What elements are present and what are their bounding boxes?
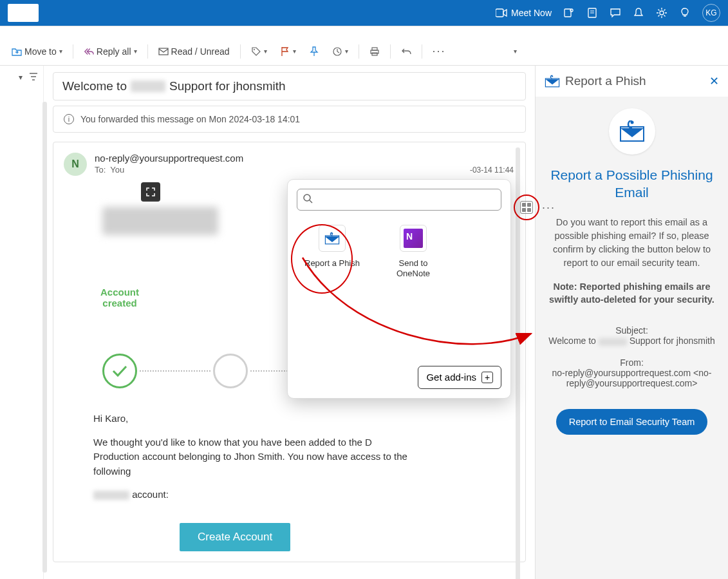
lightbulb-icon[interactable] <box>679 7 691 19</box>
message-list-collapsed: ▾ <box>0 66 44 579</box>
bell-icon[interactable] <box>633 7 644 19</box>
step-complete-icon <box>102 354 137 388</box>
svg-rect-12 <box>372 53 377 55</box>
gear-icon[interactable] <box>656 7 667 19</box>
search-box[interactable] <box>8 4 39 22</box>
snooze-button[interactable]: ▾ <box>327 44 353 59</box>
addins-search-input[interactable] <box>313 195 496 205</box>
redacted-text <box>131 81 165 92</box>
more-actions-button[interactable]: ··· <box>427 42 451 61</box>
svg-point-8 <box>254 49 255 50</box>
video-icon <box>496 7 507 19</box>
panel-heading: Report a Possible Phishing Email <box>546 166 718 202</box>
panel-description: Do you want to report this email as a po… <box>546 216 718 270</box>
envelope-icon <box>158 46 169 57</box>
close-panel-button[interactable]: ✕ <box>709 74 719 88</box>
divider <box>422 44 422 59</box>
addin-label: Send to OneNote <box>384 258 442 280</box>
pin-button[interactable] <box>304 44 324 59</box>
addin-report-phish[interactable]: Report a Phish <box>303 225 361 280</box>
svg-line-14 <box>310 200 312 203</box>
meet-now-button[interactable]: Meet Now <box>496 7 552 19</box>
reply-all-button[interactable]: Reply all ▾ <box>79 44 142 59</box>
filter-icon[interactable] <box>29 71 38 83</box>
step-1-label: Account created <box>91 287 149 308</box>
svg-point-18 <box>552 75 553 77</box>
step-pending-icon <box>213 354 248 388</box>
ellipsis-icon: ··· <box>433 44 446 58</box>
plus-icon: + <box>481 372 493 383</box>
phish-addin-icon <box>319 225 346 252</box>
sender-email: no-reply@yoursupportrequest.com <box>95 153 243 164</box>
read-unread-button[interactable]: Read / Unread <box>153 44 235 59</box>
subject-bar: Welcome to Support for jhonsmith <box>53 72 526 100</box>
subject-value: Welcome to Support for jhonsmith <box>546 336 718 346</box>
chevron-down-icon: ▾ <box>293 48 296 55</box>
print-button[interactable] <box>364 44 385 59</box>
greeting-text: Hi Karo, <box>93 412 415 426</box>
reply-all-label: Reply all <box>97 46 131 57</box>
chat-icon[interactable] <box>610 7 621 19</box>
chevron-down-icon: ▾ <box>345 48 348 55</box>
app-header: Meet Now KG <box>0 0 728 26</box>
reply-all-icon <box>84 46 94 57</box>
chevron-down-icon[interactable]: ▾ <box>19 73 23 82</box>
svg-rect-0 <box>496 9 503 17</box>
panel-title: Report a Phish <box>545 74 646 88</box>
forward-info-bar: i You forwarded this message on Mon 2024… <box>53 106 526 133</box>
phish-icon <box>545 75 560 88</box>
subject-suffix: Support for jhonsmith <box>169 79 286 93</box>
redacted-logo <box>102 207 218 235</box>
divider <box>359 44 359 59</box>
avatar-initials: KG <box>705 8 716 17</box>
chevron-down-icon: ▾ <box>59 48 62 55</box>
addin-send-onenote[interactable]: Send to OneNote <box>384 225 442 280</box>
from-label: From: <box>546 357 718 368</box>
chevron-down-icon: ▾ <box>134 48 137 55</box>
search-icon <box>303 193 313 206</box>
email-body: Hi Karo, We thought you'd like to know t… <box>93 412 415 502</box>
clock-icon <box>332 46 342 57</box>
user-avatar[interactable]: KG <box>702 4 720 22</box>
flag-button[interactable]: ▾ <box>275 44 301 59</box>
to-label: To: <box>95 165 106 175</box>
print-icon <box>369 46 380 57</box>
message-more-button[interactable]: ··· <box>542 201 555 214</box>
expand-message-button[interactable] <box>141 182 160 202</box>
subject-prefix: Welcome to <box>62 79 127 93</box>
message-timestamp: -03-14 11:44 <box>470 166 514 175</box>
divider <box>147 44 148 59</box>
get-addins-label: Get add-ins <box>426 372 476 383</box>
toolbar-expand-button[interactable]: ▾ <box>509 45 522 57</box>
tag-button[interactable]: ▾ <box>246 44 272 59</box>
undo-button[interactable] <box>396 44 416 59</box>
teams-icon[interactable] <box>563 7 575 19</box>
panel-note: Note: Reported phishing emails are swift… <box>546 280 718 307</box>
svg-point-6 <box>660 11 664 15</box>
sender-avatar: N <box>64 153 87 176</box>
phish-hero-icon <box>609 108 655 155</box>
sender-initial: N <box>71 158 79 170</box>
chevron-down-icon: ▾ <box>514 48 517 55</box>
addins-popover: Report a Phish Send to OneNote Get add-i… <box>287 179 511 399</box>
annotation-circle <box>514 195 539 220</box>
body-paragraph: We thought you'd like to know that you h… <box>93 435 415 479</box>
move-to-button[interactable]: Move to ▾ <box>6 44 68 59</box>
flag-icon <box>280 46 290 57</box>
read-unread-label: Read / Unread <box>171 46 230 57</box>
onenote-icon <box>400 225 427 252</box>
main-area: ▾ Welcome to Support for jhonsmith i You… <box>0 66 728 579</box>
reading-pane: Welcome to Support for jhonsmith i You f… <box>44 66 535 579</box>
addins-search[interactable] <box>297 189 501 211</box>
report-button[interactable]: Report to Email Security Team <box>556 409 708 435</box>
create-account-button[interactable]: Create Account <box>180 523 290 551</box>
tag-icon <box>251 46 261 57</box>
undo-icon <box>401 46 411 57</box>
pin-icon <box>309 46 319 57</box>
info-icon: i <box>64 114 74 124</box>
svg-rect-7 <box>159 48 168 55</box>
get-addins-button[interactable]: Get add-ins + <box>418 366 501 389</box>
notes-icon[interactable] <box>586 7 598 19</box>
svg-point-16 <box>331 233 333 234</box>
meet-now-label: Meet Now <box>511 8 552 18</box>
